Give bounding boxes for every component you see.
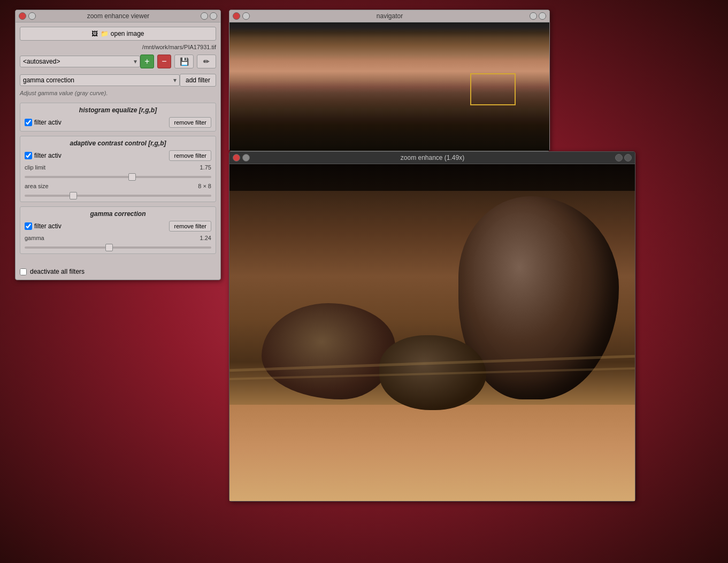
area-size-label: area size <box>25 183 49 189</box>
gamma-remove-button[interactable]: remove filter <box>169 221 211 232</box>
titlebar-controls-right <box>201 12 217 20</box>
nav-expand-button[interactable] <box>539 12 546 20</box>
gamma-slider[interactable] <box>25 246 211 249</box>
remove-preset-button[interactable]: − <box>157 55 171 68</box>
nav-minimize-button[interactable] <box>242 12 250 20</box>
gamma-remove-label: remove filter <box>174 223 206 229</box>
filter-type-select[interactable]: gamma correctionhistogram equalizeadapti… <box>20 74 180 86</box>
nav-image-bg <box>229 22 549 151</box>
deactivate-all-checkbox[interactable] <box>20 268 27 275</box>
open-image-button[interactable]: 🖼 📁 open image <box>20 27 216 41</box>
nav-controls-right <box>530 12 546 20</box>
left-titlebar: zoom enhance viewer <box>16 10 220 22</box>
save-preset-button[interactable]: 💾 <box>174 55 194 68</box>
hist-eq-remove-button[interactable]: remove filter <box>169 117 211 128</box>
zoom-expand-button[interactable] <box>624 154 632 161</box>
nav-viewport-rect <box>470 73 516 105</box>
gamma-active-row: filter activ <box>25 222 62 230</box>
adaptive-title: adaptive contrast control [r,g,b] <box>25 140 211 147</box>
hist-eq-active-row: filter activ <box>25 119 62 126</box>
adaptive-remove-button[interactable]: remove filter <box>169 150 211 161</box>
zoom-panel: zoom enhance (1.49x) <box>229 151 635 502</box>
adaptive-controls: filter activ remove filter <box>25 150 211 161</box>
image-icon: 🖼 <box>91 30 98 37</box>
adaptive-checkbox[interactable] <box>25 152 32 159</box>
hist-eq-remove-label: remove filter <box>174 119 206 126</box>
area-size-value: 8 × 8 <box>198 183 211 189</box>
add-filter-button[interactable]: add filter <box>180 74 216 87</box>
adaptive-active-label: filter activ <box>34 152 62 159</box>
adaptive-remove-label: remove filter <box>174 152 206 159</box>
zoom-panel-title: zoom enhance (1.49x) <box>250 154 615 161</box>
hist-eq-title: histogram equalize [r,g,b] <box>25 106 211 114</box>
nav-collapse-button[interactable] <box>530 12 537 20</box>
filter-card-hist-eq: histogram equalize [r,g,b] filter activ … <box>20 103 216 132</box>
plus-icon: + <box>144 57 149 66</box>
filter-description: Adjust gamma value (gray curve). <box>20 90 216 96</box>
deactivate-row: deactivate all filters <box>16 263 220 280</box>
navigator-title: navigator <box>250 12 530 20</box>
area-size-slider-container <box>25 191 211 198</box>
left-panel-body: 🖼 📁 open image /mnt/work/mars/PIA17931.t… <box>16 22 220 263</box>
wand-icon: ✏ <box>203 57 210 66</box>
gamma-title: gamma correction <box>25 210 211 218</box>
gamma-label: gamma <box>25 235 44 241</box>
zoom-controls-right <box>615 154 632 161</box>
nav-controls-left <box>233 12 250 20</box>
nav-close-button[interactable] <box>233 12 240 20</box>
close-button[interactable] <box>19 12 26 20</box>
gamma-slider-row: gamma 1.24 <box>25 235 211 241</box>
preset-row: <autosaved>defaultcustom1 ▾ + − 💾 ✏ <box>20 55 216 68</box>
zoom-minimize-button[interactable] <box>242 154 250 161</box>
clip-limit-slider-container <box>25 172 211 180</box>
hist-eq-checkbox[interactable] <box>25 119 32 126</box>
titlebar-controls-left <box>19 12 36 20</box>
nav-titlebar: navigator <box>229 10 549 22</box>
navigator-image[interactable] <box>229 22 549 151</box>
add-filter-label: add filter <box>186 76 210 84</box>
add-preset-button[interactable]: + <box>140 55 154 68</box>
filter-card-adaptive: adaptive contrast control [r,g,b] filter… <box>20 136 216 202</box>
clip-limit-row: clip limit 1.75 <box>25 164 211 171</box>
clip-limit-label: clip limit <box>25 164 45 171</box>
hist-eq-controls: filter activ remove filter <box>25 117 211 128</box>
deactivate-all-label: deactivate all filters <box>30 268 85 275</box>
zoom-controls-left <box>233 154 250 161</box>
clip-limit-slider[interactable] <box>25 176 211 178</box>
navigator-panel: navigator <box>229 10 550 151</box>
preset-select[interactable]: <autosaved>defaultcustom1 <box>20 56 140 67</box>
gamma-value: 1.24 <box>200 235 211 241</box>
mid-left-rock <box>262 303 395 399</box>
zoom-close-button[interactable] <box>233 154 240 161</box>
gamma-active-label: filter activ <box>34 222 62 230</box>
zoom-collapse-button[interactable] <box>615 154 623 161</box>
gamma-controls: filter activ remove filter <box>25 221 211 232</box>
wand-button[interactable]: ✏ <box>197 55 216 68</box>
filter-card-gamma: gamma correction filter activ remove fil… <box>20 206 216 254</box>
minimize-button[interactable] <box>28 12 36 20</box>
left-panel: zoom enhance viewer 🖼 📁 open image /mnt/… <box>15 10 221 280</box>
expand-button[interactable] <box>210 12 217 20</box>
hist-eq-active-label: filter activ <box>34 119 62 126</box>
gamma-slider-container <box>25 243 211 250</box>
collapse-button[interactable] <box>201 12 208 20</box>
minus-icon: − <box>162 57 166 66</box>
save-icon: 💾 <box>180 57 189 66</box>
area-size-slider[interactable] <box>25 195 211 197</box>
mars-scene <box>229 164 635 501</box>
left-panel-title: zoom enhance viewer <box>36 12 201 20</box>
adaptive-active-row: filter activ <box>25 152 62 159</box>
zoom-titlebar: zoom enhance (1.49x) <box>229 152 635 164</box>
file-path: /mnt/work/mars/PIA17931.tif <box>20 44 216 50</box>
zoom-image-area[interactable] <box>229 164 635 501</box>
gamma-checkbox[interactable] <box>25 222 32 230</box>
clip-limit-value: 1.75 <box>200 164 211 171</box>
open-image-label: 📁 open image <box>101 30 144 37</box>
filter-selector-row: gamma correctionhistogram equalizeadapti… <box>20 74 216 87</box>
area-size-row: area size 8 × 8 <box>25 183 211 189</box>
